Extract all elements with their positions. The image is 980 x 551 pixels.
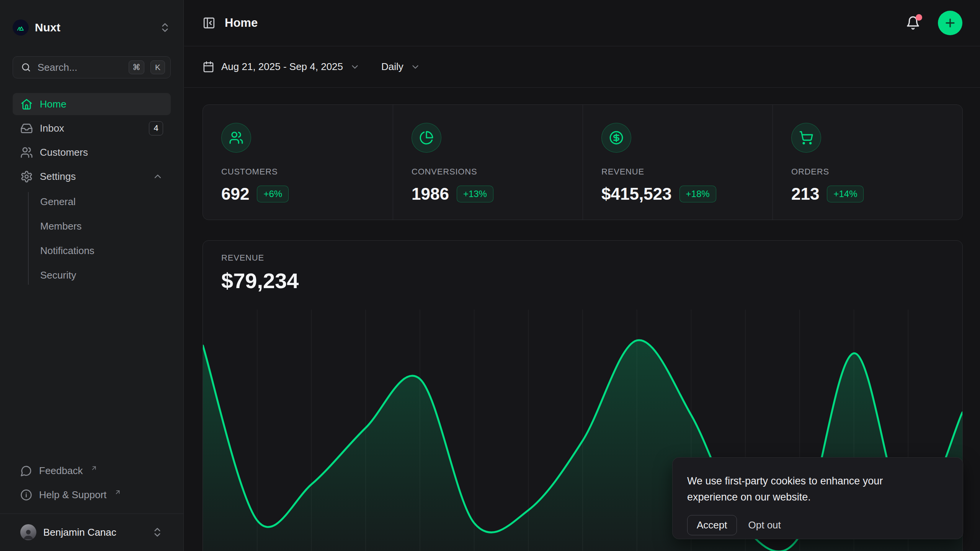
stat-customers[interactable]: CUSTOMERS 692 +6% bbox=[203, 105, 393, 220]
user-name: Benjamin Canac bbox=[43, 527, 145, 538]
external-link-icon bbox=[114, 489, 121, 496]
filter-bar: Aug 21, 2025 - Sep 4, 2025 Daily bbox=[184, 46, 980, 88]
avatar bbox=[20, 524, 36, 540]
chevrons-up-down-icon bbox=[152, 527, 163, 538]
accept-cookies-button[interactable]: Accept bbox=[687, 515, 737, 535]
sidebar-item-notifications[interactable]: Notifications bbox=[28, 240, 171, 262]
inbox-icon bbox=[20, 122, 33, 135]
sidebar-item-customers[interactable]: Customers bbox=[13, 141, 171, 163]
search-bar[interactable]: ⌘ K bbox=[13, 56, 171, 78]
kbd-k: K bbox=[150, 60, 165, 74]
sidebar-item-inbox[interactable]: Inbox 4 bbox=[13, 117, 171, 139]
sidebar-item-label: Home bbox=[40, 98, 66, 110]
chevron-up-icon bbox=[152, 171, 163, 182]
date-range-picker[interactable]: Aug 21, 2025 - Sep 4, 2025 bbox=[203, 61, 360, 73]
stat-value: $415,523 bbox=[601, 184, 672, 204]
revenue-label: REVENUE bbox=[221, 253, 962, 263]
sidebar-item-settings[interactable]: Settings bbox=[13, 165, 171, 187]
date-range-label: Aug 21, 2025 - Sep 4, 2025 bbox=[221, 61, 343, 73]
chevron-down-icon bbox=[350, 62, 360, 72]
optout-cookies-button[interactable]: Opt out bbox=[748, 519, 781, 531]
plus-icon bbox=[944, 16, 957, 29]
stat-revenue[interactable]: REVENUE $415,523 +18% bbox=[583, 105, 773, 220]
period-label: Daily bbox=[381, 61, 403, 73]
team-name: Nuxt bbox=[35, 21, 153, 34]
sidebar: Nuxt ⌘ K Home Inbo bbox=[0, 0, 184, 551]
sidebar-item-general[interactable]: General bbox=[28, 191, 171, 213]
calendar-icon bbox=[203, 61, 214, 73]
users-icon bbox=[221, 123, 251, 153]
stat-value: 692 bbox=[221, 184, 249, 204]
stat-value: 1986 bbox=[412, 184, 449, 204]
search-icon bbox=[21, 62, 31, 73]
sidebar-footer: Feedback Help & Support bbox=[13, 460, 171, 508]
stat-orders[interactable]: ORDERS 213 +14% bbox=[773, 105, 962, 220]
feedback-link[interactable]: Feedback bbox=[13, 460, 171, 482]
stat-delta-badge: +6% bbox=[257, 186, 289, 202]
revenue-total: $79,234 bbox=[221, 268, 962, 293]
top-bar: Home bbox=[184, 0, 980, 46]
cookie-message: We use first-party cookies to enhance yo… bbox=[687, 473, 947, 505]
stats-card: CUSTOMERS 692 +6% CONVERSIONS 1986 +13% … bbox=[203, 104, 963, 220]
info-icon bbox=[20, 489, 32, 501]
help-support-label: Help & Support bbox=[39, 489, 106, 501]
search-input[interactable] bbox=[38, 62, 122, 73]
subnav-guide-line bbox=[28, 192, 29, 285]
sidebar-item-security[interactable]: Security bbox=[28, 264, 171, 286]
sidebar-item-members[interactable]: Members bbox=[28, 215, 171, 237]
stat-label: ORDERS bbox=[791, 167, 962, 177]
stat-delta-badge: +13% bbox=[457, 186, 493, 202]
stat-label: CONVERSIONS bbox=[412, 167, 583, 177]
circle-dollar-icon bbox=[601, 123, 631, 153]
user-menu[interactable]: Benjamin Canac bbox=[13, 520, 171, 544]
stat-label: REVENUE bbox=[601, 167, 773, 177]
nuxt-logo-icon bbox=[13, 20, 29, 36]
sidebar-item-label: Inbox bbox=[40, 122, 142, 134]
stat-delta-badge: +18% bbox=[679, 186, 716, 202]
stat-conversions[interactable]: CONVERSIONS 1986 +13% bbox=[393, 105, 583, 220]
external-link-icon bbox=[90, 465, 98, 472]
settings-subnav: General Members Notifications Security bbox=[13, 191, 171, 286]
sidebar-divider bbox=[0, 514, 183, 514]
message-circle-icon bbox=[20, 465, 32, 477]
sidebar-item-label: Customers bbox=[40, 147, 88, 158]
add-button[interactable] bbox=[938, 11, 962, 35]
notifications-button[interactable] bbox=[906, 16, 920, 30]
stat-value: 213 bbox=[791, 184, 819, 204]
stat-label: CUSTOMERS bbox=[221, 167, 393, 177]
team-switcher[interactable]: Nuxt bbox=[13, 16, 171, 39]
chevron-down-icon bbox=[410, 62, 420, 72]
sidebar-item-label: Settings bbox=[40, 171, 145, 183]
chevrons-up-down-icon bbox=[159, 22, 171, 33]
feedback-label: Feedback bbox=[39, 465, 83, 477]
users-icon bbox=[20, 146, 33, 159]
sidebar-nav: Home Inbox 4 Customers Settings bbox=[13, 93, 171, 289]
stat-delta-badge: +14% bbox=[827, 186, 864, 202]
gear-icon bbox=[20, 170, 33, 183]
inbox-count-badge: 4 bbox=[149, 121, 163, 135]
dashboard-screen: Nuxt ⌘ K Home Inbo bbox=[0, 0, 980, 551]
pie-chart-icon bbox=[412, 123, 441, 153]
period-select[interactable]: Daily bbox=[381, 61, 420, 73]
cookie-banner: We use first-party cookies to enhance yo… bbox=[672, 457, 963, 539]
shopping-cart-icon bbox=[791, 123, 821, 153]
page-title: Home bbox=[225, 16, 258, 30]
help-support-link[interactable]: Help & Support bbox=[13, 484, 171, 506]
sidebar-item-home[interactable]: Home bbox=[13, 93, 171, 115]
collapse-sidebar-icon[interactable] bbox=[203, 16, 216, 29]
home-icon bbox=[20, 98, 33, 111]
kbd-command: ⌘ bbox=[129, 60, 144, 74]
unread-notification-dot bbox=[916, 14, 922, 21]
